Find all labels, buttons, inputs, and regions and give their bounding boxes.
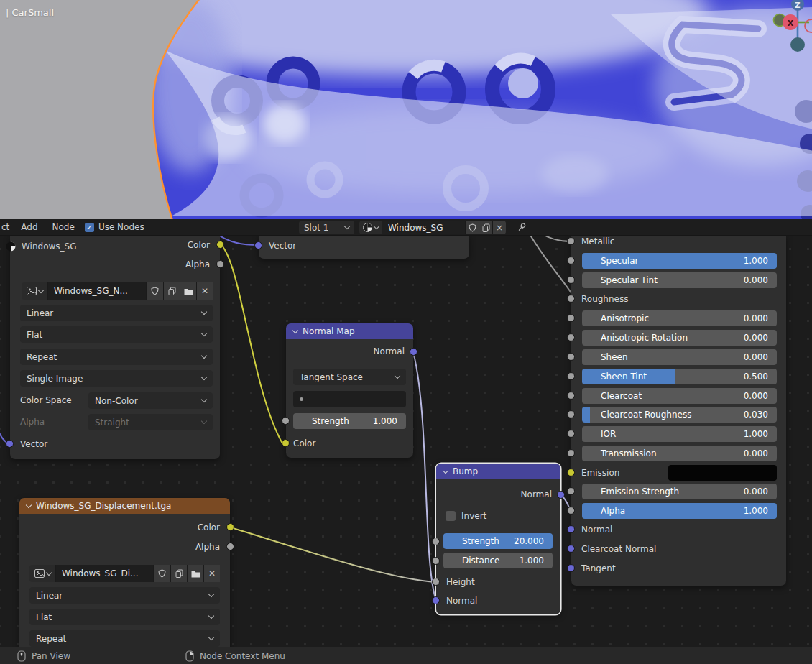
- copy-image-button[interactable]: [170, 565, 187, 582]
- node-image-texture-displacement[interactable]: Windows_SG_Displacement.tga Color Alpha …: [19, 498, 230, 647]
- ior-slider[interactable]: IOR 1.000: [582, 426, 777, 442]
- material-name-field[interactable]: Windows_SG: [382, 221, 465, 234]
- alpha-slider[interactable]: Alpha 1.000: [582, 503, 777, 519]
- socket-clearcoat-roughness-input[interactable]: [567, 410, 575, 418]
- unlink-image-button[interactable]: ✕: [196, 282, 213, 300]
- extension-dropdown[interactable]: Repeat: [20, 349, 213, 365]
- strength-slider[interactable]: Strength 20.000: [443, 533, 553, 549]
- node-editor-canvas[interactable]: Windows_SG Color Alpha Windows_SG_N...: [0, 236, 812, 647]
- gizmo-x-label[interactable]: X: [788, 19, 794, 28]
- clearcoat-slider[interactable]: Clearcoat 0.000: [582, 388, 777, 404]
- fake-user-shield-button[interactable]: [465, 221, 479, 234]
- collapse-chevron-icon[interactable]: [26, 502, 32, 507]
- socket-strength-input[interactable]: [282, 417, 290, 425]
- interpolation-dropdown[interactable]: Linear: [20, 305, 213, 321]
- socket-color-input[interactable]: [282, 439, 290, 447]
- projection-dropdown[interactable]: Flat: [29, 609, 220, 625]
- invert-checkbox[interactable]: [446, 511, 456, 521]
- socket-color-output[interactable]: [226, 523, 234, 531]
- image-browse-button[interactable]: [29, 565, 55, 582]
- socket-distance-input[interactable]: [432, 557, 440, 565]
- pin-icon[interactable]: [517, 222, 527, 233]
- fake-user-shield-button[interactable]: [146, 282, 163, 300]
- space-dropdown[interactable]: Tangent Space: [293, 369, 406, 385]
- invert-toggle[interactable]: Invert: [446, 511, 486, 521]
- menu-node[interactable]: Node: [45, 222, 82, 232]
- emission-color-swatch[interactable]: [668, 465, 777, 481]
- material-slot-dropdown[interactable]: Slot 1: [299, 221, 354, 234]
- socket-emission-strength-input[interactable]: [567, 487, 575, 495]
- socket-normal-input[interactable]: [432, 596, 440, 604]
- socket-specular-input[interactable]: [567, 257, 575, 264]
- socket-normal-output[interactable]: [557, 491, 565, 499]
- anisotropic-rotation-slider[interactable]: Anisotropic Rotation 0.000: [582, 330, 777, 346]
- 3d-viewport[interactable]: Z X | CarSmall: [0, 0, 812, 219]
- socket-clearcoat-normal-input[interactable]: [567, 545, 575, 553]
- socket-roughness-input[interactable]: [567, 295, 575, 303]
- strength-slider[interactable]: Strength 1.000: [293, 413, 406, 429]
- collapse-chevron-icon[interactable]: [443, 467, 448, 473]
- open-image-button[interactable]: [187, 565, 203, 582]
- copy-image-button[interactable]: [163, 282, 180, 300]
- distance-slider[interactable]: Distance 1.000: [443, 553, 553, 568]
- projection-dropdown[interactable]: Flat: [20, 326, 213, 343]
- interpolation-dropdown[interactable]: Linear: [29, 587, 220, 604]
- node-principled-bsdf[interactable]: Metallic Specular 1.000 Specular Tint 0.…: [571, 236, 786, 586]
- socket-anisotropic-input[interactable]: [567, 314, 575, 322]
- image-name-field[interactable]: Windows_SG_Di...: [55, 565, 153, 582]
- collapse-chevron-icon[interactable]: [292, 327, 298, 333]
- socket-ior-input[interactable]: [567, 430, 575, 438]
- node-fragment-vector[interactable]: Vector: [259, 236, 469, 259]
- material-browse-dropdown[interactable]: [359, 221, 382, 234]
- unlink-material-button[interactable]: ×: [492, 221, 506, 234]
- menu-add[interactable]: Add: [14, 222, 45, 232]
- gizmo-z-label[interactable]: Z: [795, 1, 800, 9]
- clearcoat-roughness-slider[interactable]: Clearcoat Roughness 0.030: [582, 407, 777, 423]
- sheen-tint-slider[interactable]: Sheen Tint 0.500: [582, 369, 777, 384]
- node-normal-map[interactable]: Normal Map Normal Tangent Space Strength…: [286, 323, 413, 458]
- socket-color-output[interactable]: [216, 241, 224, 249]
- image-browse-button[interactable]: [22, 282, 47, 300]
- socket-sheen-input[interactable]: [567, 353, 575, 361]
- socket-alpha-output[interactable]: [226, 543, 234, 550]
- source-dropdown[interactable]: Single Image: [20, 370, 213, 387]
- color-space-dropdown[interactable]: Non-Color: [88, 392, 213, 409]
- transmission-slider[interactable]: Transmission 0.000: [582, 446, 777, 461]
- socket-alpha-output[interactable]: [216, 260, 224, 268]
- socket-normal-output[interactable]: [410, 348, 417, 356]
- node-bump[interactable]: Bump Normal Invert Strength 20.000 Dista…: [436, 464, 560, 614]
- socket-transmission-input[interactable]: [567, 449, 575, 457]
- socket-emission-input[interactable]: [567, 469, 575, 476]
- specular-slider[interactable]: Specular 1.000: [582, 253, 777, 269]
- alpha-mode-dropdown[interactable]: Straight: [88, 414, 213, 430]
- use-nodes-checkbox[interactable]: ✓: [85, 223, 94, 232]
- socket-sheen-tint-input[interactable]: [567, 372, 575, 380]
- socket-tangent-input[interactable]: [567, 564, 575, 572]
- socket-alpha-input[interactable]: [567, 507, 575, 515]
- fake-user-shield-button[interactable]: [153, 565, 170, 582]
- node-header[interactable]: Normal Map: [286, 323, 413, 339]
- sheen-slider[interactable]: Sheen 0.000: [582, 349, 777, 365]
- socket-normal-input[interactable]: [567, 525, 575, 533]
- new-material-copy-button[interactable]: [479, 221, 492, 234]
- socket-strength-input[interactable]: [432, 538, 440, 545]
- socket-vector-input[interactable]: [254, 241, 262, 249]
- socket-metallic-input[interactable]: [567, 237, 575, 245]
- specular-tint-slider[interactable]: Specular Tint 0.000: [582, 272, 777, 288]
- uv-map-field[interactable]: [293, 391, 406, 407]
- extension-dropdown[interactable]: Repeat: [29, 630, 220, 647]
- socket-vector-input[interactable]: [6, 440, 14, 448]
- socket-specular-tint-input[interactable]: [567, 276, 575, 284]
- socket-anisotropic-rotation-input[interactable]: [567, 333, 575, 341]
- socket-clearcoat-input[interactable]: [567, 392, 575, 400]
- node-image-texture-normal[interactable]: Color Alpha Windows_SG_N...: [10, 236, 220, 459]
- anisotropic-slider[interactable]: Anisotropic 0.000: [582, 310, 777, 326]
- unlink-image-button[interactable]: ✕: [203, 565, 220, 582]
- node-header[interactable]: Bump: [436, 464, 560, 479]
- use-nodes-toggle[interactable]: ✓ Use Nodes: [85, 222, 144, 232]
- emission-strength-slider[interactable]: Emission Strength 0.000: [582, 484, 777, 499]
- menu-select-clipped[interactable]: ct: [0, 222, 14, 232]
- node-header[interactable]: Windows_SG_Displacement.tga: [19, 498, 230, 514]
- image-name-field[interactable]: Windows_SG_N...: [47, 282, 146, 300]
- socket-height-input[interactable]: [432, 578, 440, 586]
